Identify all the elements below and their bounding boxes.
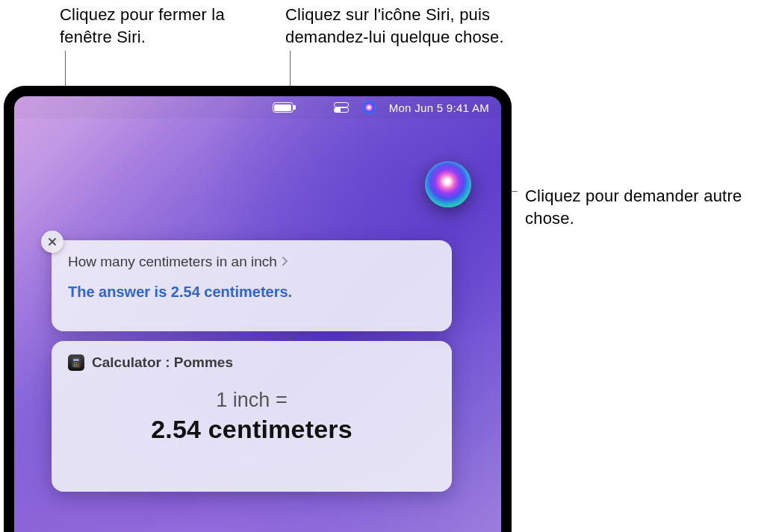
siri-question-row[interactable]: How many centimeters in an inch	[68, 254, 435, 270]
calculator-equation: 1 inch = 2.54 centimeters	[68, 389, 435, 444]
callout-menubar-siri: Cliquez sur l'icône Siri, puis demandez-…	[285, 4, 524, 48]
siri-question-text: How many centimeters in an inch	[68, 254, 277, 270]
svg-point-13	[74, 366, 75, 367]
calculator-card-title: Calculator : Pommes	[92, 354, 233, 371]
chevron-right-icon	[282, 254, 289, 270]
siri-close-button[interactable]	[41, 231, 63, 253]
equation-result: 2.54 centimeters	[68, 415, 435, 444]
svg-point-7	[74, 362, 75, 363]
control-center-icon[interactable]	[334, 102, 349, 113]
svg-rect-6	[73, 359, 79, 361]
siri-answer-text: The answer is 2.54 centimeters.	[68, 284, 435, 301]
calculator-card-header: Calculator : Pommes	[68, 354, 435, 371]
siri-calculator-card[interactable]: Calculator : Pommes 1 inch = 2.54 centim…	[52, 341, 452, 492]
callout-siri-orb: Cliquez pour demander autre chose.	[525, 185, 764, 229]
menubar: Mon Jun 5 9:41 AM	[14, 96, 501, 119]
siri-result-card[interactable]: How many centimeters in an inch The answ…	[52, 240, 452, 331]
svg-point-8	[75, 362, 77, 363]
svg-point-14	[75, 366, 77, 367]
calculator-icon	[68, 354, 84, 371]
desktop-screen: Mon Jun 5 9:41 AM How many centimeters i…	[14, 96, 501, 532]
svg-point-15	[78, 366, 79, 367]
siri-orb-button[interactable]	[425, 161, 471, 207]
svg-point-11	[75, 363, 77, 365]
device-frame: Mon Jun 5 9:41 AM How many centimeters i…	[4, 86, 512, 532]
svg-point-9	[78, 362, 79, 363]
callout-close-siri: Cliquez pour fermer la fenêtre Siri.	[60, 4, 254, 48]
svg-point-10	[74, 363, 75, 365]
menubar-datetime[interactable]: Mon Jun 5 9:41 AM	[389, 101, 489, 114]
svg-point-12	[78, 363, 79, 365]
siri-menubar-icon[interactable]	[362, 101, 376, 114]
equation-input: 1 inch =	[68, 389, 435, 412]
battery-icon[interactable]	[273, 102, 294, 113]
